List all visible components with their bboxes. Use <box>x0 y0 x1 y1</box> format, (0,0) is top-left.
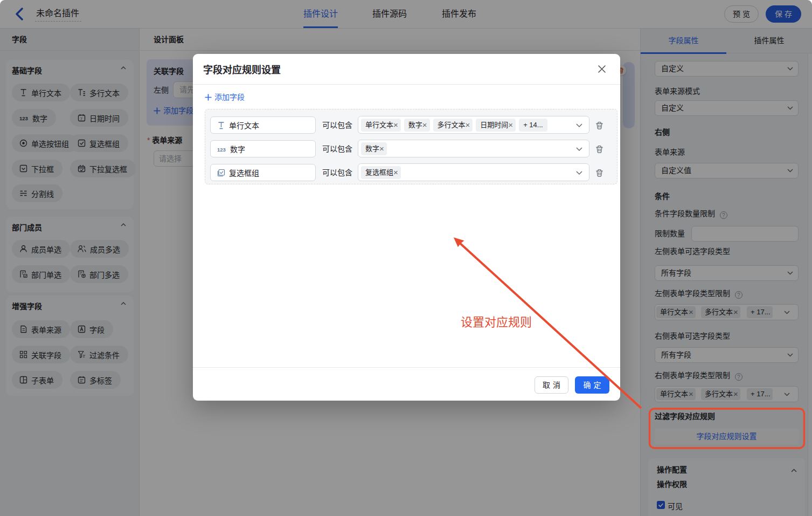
svg-text:123: 123 <box>217 146 226 152</box>
